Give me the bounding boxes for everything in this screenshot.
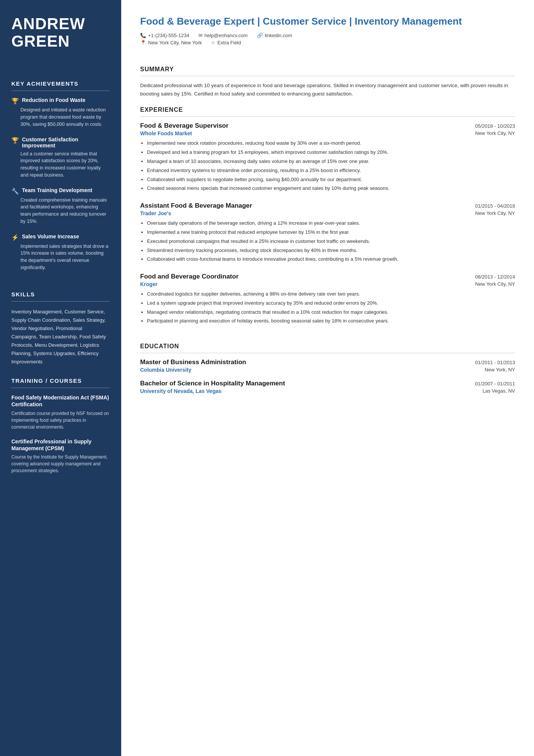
contact-row-2: 📍 New York City, New York ☆ Extra Field	[140, 40, 515, 45]
education-header: Master of Business Administration 01/201…	[140, 358, 515, 366]
experience-header: Food & Beverage Supervisor 05/2018 - 10/…	[140, 122, 515, 130]
degree-title: Master of Business Administration	[140, 358, 246, 366]
achievement-item: 🏆 Customer Satisfaction Improvement Led …	[11, 136, 110, 179]
job-location: New York City, NY	[475, 210, 515, 216]
experience-section-title: EXPERIENCE	[140, 106, 515, 113]
bullet-item: Managed a team of 10 associates, increas…	[147, 158, 515, 166]
contact-email: ✉ help@enhancv.com	[198, 33, 248, 38]
experience-entry: Food & Beverage Supervisor 05/2018 - 10/…	[140, 122, 515, 194]
achievement-title: 🏆 Reduction in Food Waste	[11, 97, 110, 105]
achievement-title: 🏆 Customer Satisfaction Improvement	[11, 136, 110, 149]
company-row: Whole Foods Market New York City, NY	[140, 130, 515, 136]
experience-entry: Assistant Food & Beverage Manager 01/201…	[140, 202, 515, 265]
achievement-desc: Led a customer service initiative that i…	[11, 150, 110, 179]
phone-icon: 📞	[140, 33, 146, 38]
education-entry: Bachelor of Science in Hospitality Manag…	[140, 380, 515, 394]
company-name: Trader Joe's	[140, 210, 171, 216]
education-dates: 01/2011 - 01/2013	[475, 360, 515, 365]
training-desc: Course by the Institute for Supply Manag…	[11, 454, 110, 474]
degree-title: Bachelor of Science in Hospitality Manag…	[140, 380, 285, 387]
bullet-item: Coordinated logistics for supplier deliv…	[147, 290, 515, 298]
contact-linkedin: 🔗 linkedin.com	[257, 33, 292, 38]
summary-text: Dedicated professional with 10 years of …	[140, 81, 515, 99]
contact-location: 📍 New York City, New York	[140, 40, 202, 45]
job-bullets: Coordinated logistics for supplier deliv…	[140, 290, 515, 325]
wrench-icon: 🔧	[11, 188, 19, 195]
job-title: Assistant Food & Beverage Manager	[140, 202, 252, 210]
main-content: Food & Beverage Expert | Customer Servic…	[121, 0, 534, 756]
company-row: Kroger New York City, NY	[140, 281, 515, 287]
school-name: University of Nevada, Las Vegas	[140, 388, 222, 394]
achievement-item: 🏆 Reduction in Food Waste Designed and i…	[11, 97, 110, 128]
linkedin-icon: 🔗	[257, 33, 263, 38]
achievement-item: 🔧 Team Training Development Created comp…	[11, 187, 110, 225]
achievement-title: ⚡ Sales Volume Increase	[11, 233, 110, 241]
lightning-icon: ⚡	[11, 234, 19, 241]
experience-divider	[140, 116, 515, 117]
email-icon: ✉	[198, 33, 203, 38]
job-location: New York City, NY	[475, 281, 515, 287]
bullet-item: Streamlined inventory tracking processes…	[147, 247, 515, 255]
bullet-item: Enhanced inventory systems to streamline…	[147, 167, 515, 175]
job-bullets: Implemented new stock rotation procedure…	[140, 139, 515, 193]
bullet-item: Implemented a new training protocol that…	[147, 229, 515, 236]
bullet-item: Led a system upgrade project that improv…	[147, 299, 515, 307]
bullet-item: Implemented new stock rotation procedure…	[147, 139, 515, 147]
experience-header: Assistant Food & Beverage Manager 01/201…	[140, 202, 515, 210]
bullet-item: Participated in planning and execution o…	[147, 317, 515, 325]
bullet-item: Managed vendor relationships, negotiatin…	[147, 308, 515, 316]
education-divider	[140, 353, 515, 353]
experience-header: Food and Beverage Coordinator 08/2013 - …	[140, 273, 515, 280]
job-dates: 05/2018 - 10/2023	[475, 123, 515, 129]
contact-phone: 📞 +1-(234)-555-1234	[140, 33, 189, 38]
education-entry: Master of Business Administration 01/201…	[140, 358, 515, 373]
company-name: Kroger	[140, 281, 158, 287]
achievement-item: ⚡ Sales Volume Increase Implemented sale…	[11, 233, 110, 271]
education-section-title: EDUCATION	[140, 343, 515, 350]
training-divider	[11, 388, 110, 388]
trophy-icon: 🏆	[11, 97, 19, 105]
school-location: New York, NY	[485, 367, 515, 373]
location-icon: 📍	[140, 40, 146, 45]
achievement-desc: Created comprehensive training manuals a…	[11, 197, 110, 225]
bullet-item: Collaborated with cross-functional teams…	[147, 255, 515, 263]
contact-row: 📞 +1-(234)-555-1234 ✉ help@enhancv.com 🔗…	[140, 33, 515, 38]
main-title: Food & Beverage Expert | Customer Servic…	[140, 15, 515, 28]
achievement-desc: Implemented sales strategies that drove …	[11, 243, 110, 271]
school-row: Columbia University New York, NY	[140, 367, 515, 373]
achievement-title: 🔧 Team Training Development	[11, 187, 110, 195]
candidate-name: ANDREW GREEN	[11, 15, 110, 50]
company-row: Trader Joe's New York City, NY	[140, 210, 515, 216]
job-bullets: Oversaw daily operations of the beverage…	[140, 219, 515, 263]
training-item: Certified Professional in Supply Managem…	[11, 438, 110, 474]
main-header: Food & Beverage Expert | Customer Servic…	[140, 15, 515, 47]
contact-extra: ☆ Extra Field	[211, 40, 241, 45]
trophy-icon: 🏆	[11, 137, 19, 144]
bullet-item: Collaborated with suppliers to negotiate…	[147, 176, 515, 184]
summary-divider	[140, 76, 515, 76]
achievements-section-title: KEY ACHIEVEMENTS	[11, 80, 110, 87]
job-location: New York City, NY	[475, 130, 515, 136]
job-title: Food and Beverage Coordinator	[140, 273, 239, 280]
experience-entry: Food and Beverage Coordinator 08/2013 - …	[140, 273, 515, 326]
summary-section-title: SUMMARY	[140, 66, 515, 73]
star-icon: ☆	[211, 40, 215, 45]
school-row: University of Nevada, Las Vegas Las Vega…	[140, 388, 515, 394]
skills-text: Inventory Management, Customer Service, …	[11, 308, 110, 366]
bullet-item: Oversaw daily operations of the beverage…	[147, 219, 515, 227]
school-name: Columbia University	[140, 367, 191, 373]
company-name: Whole Foods Market	[140, 130, 192, 136]
job-title: Food & Beverage Supervisor	[140, 122, 228, 130]
training-item: Food Safety Modernization Act (FSMA) Cer…	[11, 394, 110, 430]
training-title: Certified Professional in Supply Managem…	[11, 438, 110, 452]
skills-section-title: SKILLS	[11, 291, 110, 297]
job-dates: 08/2013 - 12/2014	[475, 274, 515, 280]
bullet-item: Executed promotional campaigns that resu…	[147, 238, 515, 246]
achievement-desc: Designed and initiated a waste reduction…	[11, 106, 110, 128]
bullet-item: Developed and led a training program for…	[147, 149, 515, 157]
education-header: Bachelor of Science in Hospitality Manag…	[140, 380, 515, 387]
training-desc: Certification course provided by NSF foc…	[11, 410, 110, 430]
sidebar: ANDREW GREEN KEY ACHIEVEMENTS 🏆 Reductio…	[0, 0, 121, 756]
training-section-title: TRAINING / COURSES	[11, 377, 110, 384]
bullet-item: Created seasonal menu specials that incr…	[147, 185, 515, 193]
